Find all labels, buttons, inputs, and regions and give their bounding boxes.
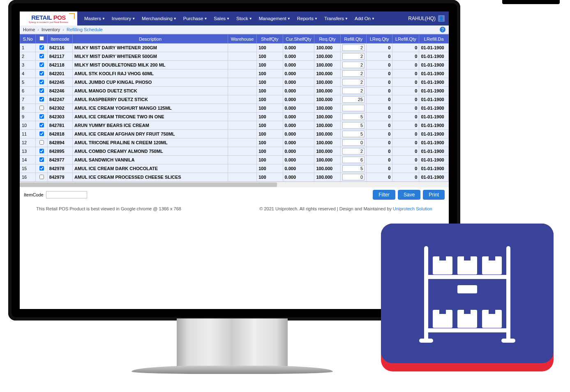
cell-check xyxy=(36,104,48,113)
cell-sno: 14 xyxy=(20,156,36,164)
row-checkbox[interactable] xyxy=(39,80,44,84)
cell-lreqqty: 0 xyxy=(367,156,392,164)
col-header[interactable]: Itemcode xyxy=(47,35,72,44)
cell-warehouse xyxy=(228,61,256,69)
refill-qty-input[interactable] xyxy=(342,131,365,137)
col-header[interactable]: ShelfQty xyxy=(257,35,283,44)
cell-itemcode: 842247 xyxy=(47,95,72,104)
col-header[interactable]: Cur.ShelfQty xyxy=(283,35,314,44)
nav-item-label: Inventory xyxy=(112,16,131,21)
select-all-checkbox[interactable] xyxy=(39,36,44,41)
col-header[interactable]: LRefill.Da xyxy=(419,35,449,44)
row-checkbox[interactable] xyxy=(39,54,44,58)
row-checkbox[interactable] xyxy=(39,97,44,101)
col-header[interactable] xyxy=(36,35,48,44)
refill-qty-input[interactable] xyxy=(342,157,365,163)
user-area[interactable]: RAHUL(HQ) 👤 xyxy=(408,15,445,22)
logo[interactable]: RETAIL POS Synergy to succeed in your Re… xyxy=(20,12,77,25)
row-checkbox[interactable] xyxy=(39,62,44,67)
scrollbar-thumb[interactable] xyxy=(20,182,277,187)
cell-warehouse xyxy=(228,104,256,113)
cell-lreqqty: 0 xyxy=(367,52,392,61)
nav-item-add-on[interactable]: Add On▼ xyxy=(352,14,378,23)
row-checkbox[interactable] xyxy=(39,166,44,171)
cell-itemcode: 842978 xyxy=(47,164,72,173)
nav-item-sales[interactable]: Sales▼ xyxy=(211,14,233,23)
crumb-home[interactable]: Home xyxy=(23,27,35,32)
row-checkbox[interactable] xyxy=(39,106,44,110)
cell-description: AMUL ICE CREAM YOGHURT MANGO 125ML xyxy=(73,104,228,113)
cell-lrefillqty: 0 xyxy=(392,52,419,61)
refill-qty-input[interactable] xyxy=(342,44,365,51)
col-header[interactable]: Warehouse xyxy=(228,35,256,44)
footer-link[interactable]: Uniprotech Solution xyxy=(393,206,432,211)
col-header[interactable]: LReq.Qty xyxy=(367,35,392,44)
breadcrumb-sep: › xyxy=(62,27,64,32)
svg-rect-11 xyxy=(489,256,495,261)
col-header[interactable]: Refill.Qty xyxy=(340,35,366,44)
cell-lrefillqty: 0 xyxy=(392,95,419,104)
refill-qty-input[interactable] xyxy=(342,113,365,120)
row-checkbox[interactable] xyxy=(39,88,44,93)
refill-qty-input[interactable] xyxy=(342,88,365,94)
help-icon[interactable]: ? xyxy=(440,27,445,32)
filter-button[interactable]: Filter xyxy=(373,190,395,200)
refill-qty-input[interactable] xyxy=(342,148,365,154)
cell-sno: 15 xyxy=(20,164,36,173)
row-checkbox[interactable] xyxy=(39,157,44,162)
col-header[interactable]: LRefill.Qty xyxy=(392,35,419,44)
refill-qty-input[interactable] xyxy=(342,70,365,77)
cell-lrefillqty: 0 xyxy=(392,173,419,182)
save-button[interactable]: Save xyxy=(398,190,420,200)
col-header[interactable]: S.No xyxy=(20,35,36,44)
cell-check xyxy=(36,95,48,104)
cell-itemcode: 842201 xyxy=(47,69,72,78)
refill-qty-input[interactable] xyxy=(342,174,365,180)
row-checkbox[interactable] xyxy=(39,149,44,153)
cell-shelfqty: 100 xyxy=(257,61,283,69)
col-header[interactable]: Description xyxy=(73,35,228,44)
nav-item-stock[interactable]: Stock▼ xyxy=(233,14,255,23)
cell-sno: 4 xyxy=(20,69,36,78)
col-header[interactable]: Req.Qty xyxy=(314,35,340,44)
nav-item-inventory[interactable]: Inventory▼ xyxy=(109,14,138,23)
cell-shelfqty: 100 xyxy=(257,95,283,104)
cell-reqqty: 100.000 xyxy=(314,52,340,61)
print-button[interactable]: Print xyxy=(423,190,445,200)
row-checkbox[interactable] xyxy=(39,114,44,119)
table-row: 13 842895 AMUL COMBO CREAMY ALMOND 750ML… xyxy=(20,147,449,156)
row-checkbox[interactable] xyxy=(39,175,44,179)
horizontal-scrollbar[interactable] xyxy=(20,182,449,187)
row-checkbox[interactable] xyxy=(39,123,44,127)
table-row: 4 842201 AMUL STK KOOLFI RAJ VHOG 60ML 1… xyxy=(20,69,449,78)
refill-qty-input[interactable] xyxy=(342,96,365,103)
nav-item-reports[interactable]: Reports▼ xyxy=(294,14,321,23)
cell-check xyxy=(36,61,48,69)
nav-item-purchase[interactable]: Purchase▼ xyxy=(180,14,210,23)
refill-qty-input[interactable] xyxy=(342,139,365,146)
nav-item-label: Masters xyxy=(84,16,101,21)
cell-refillqty xyxy=(340,156,366,164)
refill-qty-input[interactable] xyxy=(342,79,365,85)
itemcode-input[interactable] xyxy=(46,191,87,198)
nav-item-transfers[interactable]: Transfers▼ xyxy=(321,14,351,23)
row-checkbox[interactable] xyxy=(39,45,44,50)
nav-item-merchandising[interactable]: Merchandising▼ xyxy=(139,14,180,23)
refill-qty-input[interactable] xyxy=(342,122,365,129)
crumb-inventory[interactable]: Inventory xyxy=(42,27,60,32)
refill-qty-input[interactable] xyxy=(342,165,365,172)
row-checkbox[interactable] xyxy=(39,131,44,136)
cell-lrefilldate: 01-01-1900 xyxy=(419,87,449,95)
footer-left: This Retail POS Product is best viewed i… xyxy=(36,206,181,211)
cell-description: AMUL ICE CREAM DARK CHOCOLATE xyxy=(73,164,228,173)
row-checkbox[interactable] xyxy=(39,71,44,76)
refill-qty-input[interactable] xyxy=(342,62,365,68)
svg-rect-18 xyxy=(489,310,495,314)
cell-description: AMUL ICE CREAM AFGHAN DRY FRUIT 750ML xyxy=(73,130,228,138)
refill-qty-input[interactable] xyxy=(342,105,365,111)
cell-sno: 11 xyxy=(20,130,36,138)
refill-qty-input[interactable] xyxy=(342,53,365,60)
nav-item-masters[interactable]: Masters▼ xyxy=(81,14,108,23)
row-checkbox[interactable] xyxy=(39,140,44,145)
nav-item-management[interactable]: Management▼ xyxy=(256,14,293,23)
